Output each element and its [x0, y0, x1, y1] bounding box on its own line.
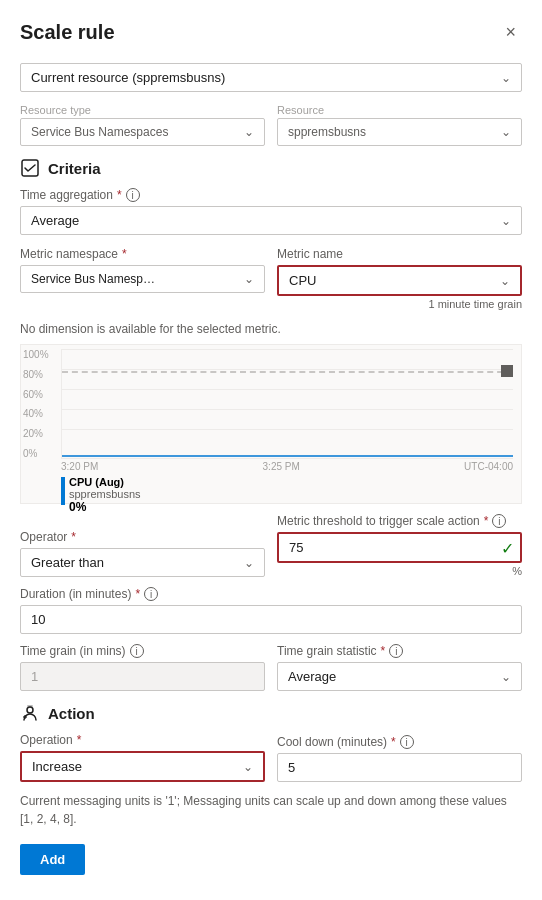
add-button[interactable]: Add	[20, 844, 85, 875]
time-grain-statistic-value: Average	[288, 669, 336, 684]
operation-row: Operation * Increase ⌄ Cool down (minute…	[20, 733, 522, 782]
criteria-title: Criteria	[48, 160, 101, 177]
metric-name-dropdown[interactable]: CPU ⌄	[277, 265, 522, 296]
legend-color-bar	[61, 477, 65, 505]
required-marker: *	[381, 644, 386, 658]
time-aggregation-label: Time aggregation * i	[20, 188, 522, 202]
resource-type-dropdown[interactable]: Service Bus Namespaces ⌄	[20, 118, 265, 146]
chart-legend: CPU (Aug) sppremsbusns 0%	[61, 476, 513, 514]
resource-type-col: Resource type Service Bus Namespaces ⌄	[20, 104, 265, 146]
metric-namespace-value: Service Bus Namespaces standard me...	[31, 272, 161, 286]
metric-name-col: Metric name CPU ⌄ 1 minute time grain	[277, 247, 522, 310]
time-aggregation-value: Average	[31, 213, 79, 228]
operator-value: Greater than	[31, 555, 104, 570]
legend-name: CPU (Aug)	[69, 476, 141, 488]
threshold-marker	[501, 365, 513, 377]
time-grain-statistic-col: Time grain statistic * i Average ⌄	[277, 644, 522, 691]
chart-area: 100% 80% 60% 40% 20% 0%	[20, 344, 522, 504]
required-marker: *	[71, 530, 76, 544]
panel-title: Scale rule	[20, 21, 115, 44]
time-grain-row: Time grain (in mins) i Time grain statis…	[20, 644, 522, 691]
time-grain-statistic-label: Time grain statistic * i	[277, 644, 522, 658]
chevron-down-icon: ⌄	[501, 71, 511, 85]
time-aggregation-dropdown[interactable]: Average ⌄	[20, 206, 522, 235]
scale-rule-panel: Scale rule × Current resource (sppremsbu…	[0, 0, 542, 900]
required-marker: *	[135, 587, 140, 601]
chevron-down-icon: ⌄	[501, 214, 511, 228]
time-aggregation-info-icon[interactable]: i	[126, 188, 140, 202]
cooldown-input[interactable]	[277, 753, 522, 782]
action-icon	[20, 703, 40, 723]
chart-main: 3:20 PM 3:25 PM UTC-04:00 CPU (Aug) sppr…	[61, 349, 513, 514]
operator-threshold-row: Operator * Greater than ⌄ Metric thresho…	[20, 514, 522, 577]
metric-row: Metric namespace * Service Bus Namespace…	[20, 247, 522, 310]
metric-namespace-col: Metric namespace * Service Bus Namespace…	[20, 247, 265, 310]
chart-data-line	[62, 438, 513, 458]
chart-y-labels: 100% 80% 60% 40% 20% 0%	[23, 349, 49, 459]
resource-dropdown[interactable]: sppremsbusns ⌄	[277, 118, 522, 146]
threshold-label: Metric threshold to trigger scale action…	[277, 514, 522, 528]
legend-sub: sppremsbusns	[69, 488, 141, 500]
chevron-down-icon: ⌄	[244, 125, 254, 139]
panel-header: Scale rule ×	[20, 20, 522, 45]
current-resource-dropdown[interactable]: Current resource (sppremsbusns) ⌄	[20, 63, 522, 92]
metric-namespace-label: Metric namespace *	[20, 247, 265, 261]
required-marker: *	[77, 733, 82, 747]
time-grain-info-icon[interactable]: i	[130, 644, 144, 658]
chart-x-labels: 3:20 PM 3:25 PM UTC-04:00	[61, 461, 513, 472]
required-marker: *	[484, 514, 489, 528]
operator-col: Operator * Greater than ⌄	[20, 530, 265, 577]
cooldown-label: Cool down (minutes) * i	[277, 735, 522, 749]
current-resource-label: Current resource (sppremsbusns)	[31, 70, 225, 85]
threshold-input[interactable]	[277, 532, 522, 563]
close-button[interactable]: ×	[499, 20, 522, 45]
metric-name-value: CPU	[289, 273, 316, 288]
time-grain-statistic-dropdown[interactable]: Average ⌄	[277, 662, 522, 691]
duration-label: Duration (in minutes) * i	[20, 587, 522, 601]
cooldown-info-icon[interactable]: i	[400, 735, 414, 749]
threshold-info-icon[interactable]: i	[492, 514, 506, 528]
time-grain-col: Time grain (in mins) i	[20, 644, 265, 691]
svg-point-1	[27, 707, 33, 713]
resource-type-label: Resource type	[20, 104, 265, 116]
no-dimension-text: No dimension is available for the select…	[20, 322, 522, 336]
operation-dropdown[interactable]: Increase ⌄	[20, 751, 265, 782]
duration-info-icon[interactable]: i	[144, 587, 158, 601]
percent-label: %	[277, 565, 522, 577]
svg-rect-2	[27, 705, 33, 707]
time-grain-input	[20, 662, 265, 691]
resource-value: sppremsbusns	[288, 125, 366, 139]
dashed-threshold-line	[62, 371, 513, 373]
chart-lines	[61, 349, 513, 459]
threshold-col: Metric threshold to trigger scale action…	[277, 514, 522, 577]
required-marker: *	[117, 188, 122, 202]
required-marker: *	[122, 247, 127, 261]
duration-input[interactable]	[20, 605, 522, 634]
operator-dropdown[interactable]: Greater than ⌄	[20, 548, 265, 577]
metric-namespace-dropdown[interactable]: Service Bus Namespaces standard me... ⌄	[20, 265, 265, 293]
chevron-down-icon: ⌄	[501, 125, 511, 139]
criteria-section-title: Criteria	[20, 158, 522, 178]
chevron-down-icon: ⌄	[500, 274, 510, 288]
check-icon: ✓	[501, 538, 514, 557]
operation-label: Operation *	[20, 733, 265, 747]
resource-type-value: Service Bus Namespaces	[31, 125, 168, 139]
criteria-icon	[20, 158, 40, 178]
threshold-input-wrap: ✓	[277, 532, 522, 563]
cooldown-col: Cool down (minutes) * i	[277, 735, 522, 782]
operation-value: Increase	[32, 759, 82, 774]
time-grain-label: 1 minute time grain	[277, 298, 522, 310]
time-grain-field-label: Time grain (in mins) i	[20, 644, 265, 658]
action-section-title: Action	[20, 703, 522, 723]
operator-label: Operator *	[20, 530, 265, 544]
resource-label: Resource	[277, 104, 522, 116]
time-grain-stat-info-icon[interactable]: i	[389, 644, 403, 658]
duration-row: Duration (in minutes) * i	[20, 587, 522, 634]
required-marker: *	[391, 735, 396, 749]
chevron-down-icon: ⌄	[244, 272, 254, 286]
resource-type-row: Resource type Service Bus Namespaces ⌄ R…	[20, 104, 522, 146]
action-title: Action	[48, 705, 95, 722]
resource-col: Resource sppremsbusns ⌄	[277, 104, 522, 146]
action-section: Action Operation * Increase ⌄ Cool down …	[20, 703, 522, 782]
legend-value: 0%	[69, 500, 141, 514]
